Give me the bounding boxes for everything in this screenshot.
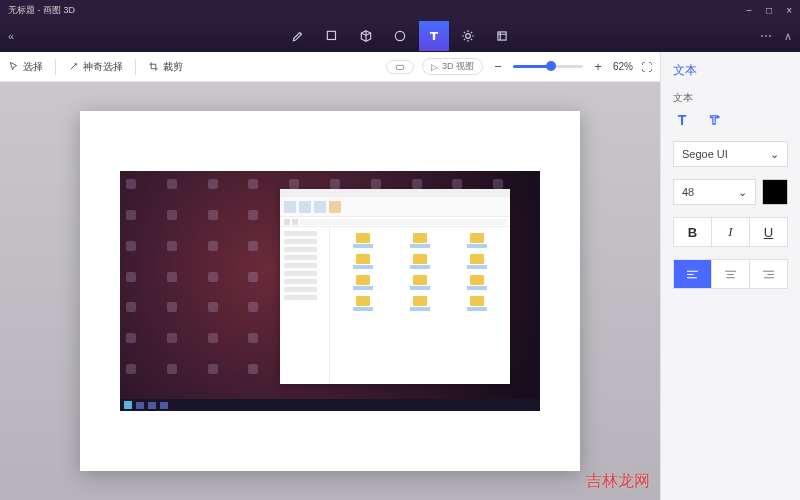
panel-title: 文本 bbox=[673, 62, 788, 79]
mr-icon bbox=[395, 62, 405, 72]
play-icon: ▷ bbox=[431, 62, 438, 72]
main-toolbar: « ⋯ ∧ bbox=[0, 20, 800, 52]
slider-thumb[interactable] bbox=[546, 61, 556, 71]
text-tool[interactable] bbox=[419, 21, 449, 51]
maximize-button[interactable]: □ bbox=[766, 5, 772, 16]
magic-wand-icon bbox=[68, 61, 79, 72]
stickers-tool[interactable] bbox=[385, 21, 415, 51]
brush-tool[interactable] bbox=[283, 21, 313, 51]
view-3d-label: 3D 视图 bbox=[442, 60, 474, 73]
collapse-toolbar-button[interactable]: ∧ bbox=[784, 30, 792, 43]
canvas-tool[interactable] bbox=[487, 21, 517, 51]
text-panel: 文本 文本 T Segoe UI ⌄ 48 ⌄ B I U bbox=[660, 52, 800, 500]
font-value: Segoe UI bbox=[682, 148, 728, 160]
mixed-reality-button[interactable] bbox=[386, 60, 414, 74]
minimize-button[interactable]: − bbox=[746, 5, 752, 16]
window-controls: − □ × bbox=[746, 5, 792, 16]
divider bbox=[55, 59, 56, 75]
text-2d-button[interactable]: T bbox=[673, 111, 691, 129]
align-right-button[interactable] bbox=[750, 259, 788, 289]
zoom-in-button[interactable]: + bbox=[591, 59, 605, 74]
magic-select-label: 神奇选择 bbox=[83, 60, 123, 74]
shapes-3d-tool[interactable] bbox=[351, 21, 381, 51]
cursor-icon bbox=[8, 61, 19, 72]
text-3d-icon bbox=[707, 113, 721, 127]
title-bar: 无标题 - 画图 3D − □ × bbox=[0, 0, 800, 20]
svg-rect-3 bbox=[498, 32, 506, 40]
select-label: 选择 bbox=[23, 60, 43, 74]
canvas-area[interactable]: 吉林龙网 bbox=[0, 82, 660, 500]
chevron-down-icon: ⌄ bbox=[738, 186, 747, 199]
expand-menu-button[interactable]: « bbox=[8, 30, 14, 42]
bold-button[interactable]: B bbox=[673, 217, 712, 247]
text-3d-button[interactable] bbox=[705, 111, 723, 129]
explorer-window bbox=[280, 189, 510, 384]
shapes-2d-tool[interactable] bbox=[317, 21, 347, 51]
align-center-icon bbox=[724, 269, 737, 280]
watermark: 吉林龙网 bbox=[586, 471, 650, 492]
zoom-percent: 62% bbox=[613, 61, 633, 72]
divider bbox=[135, 59, 136, 75]
window-title: 无标题 - 画图 3D bbox=[8, 4, 746, 17]
crop-icon bbox=[148, 61, 159, 72]
close-button[interactable]: × bbox=[786, 5, 792, 16]
crop-label: 裁剪 bbox=[163, 60, 183, 74]
crop-button[interactable]: 裁剪 bbox=[148, 60, 183, 74]
align-right-icon bbox=[762, 269, 775, 280]
italic-button[interactable]: I bbox=[712, 217, 750, 247]
zoom-slider[interactable] bbox=[513, 65, 583, 68]
zoom-out-button[interactable]: − bbox=[491, 59, 505, 74]
align-group bbox=[673, 259, 788, 289]
font-size-value: 48 bbox=[682, 186, 694, 198]
effects-tool[interactable] bbox=[453, 21, 483, 51]
align-left-button[interactable] bbox=[673, 259, 712, 289]
align-left-icon bbox=[686, 269, 699, 280]
select-button[interactable]: 选择 bbox=[8, 60, 43, 74]
text-section-label: 文本 bbox=[673, 91, 788, 105]
sub-toolbar: 选择 神奇选择 裁剪 ▷ 3D bbox=[0, 52, 660, 82]
more-menu-button[interactable]: ⋯ bbox=[760, 29, 772, 43]
font-size-dropdown[interactable]: 48 ⌄ bbox=[673, 179, 756, 205]
view-3d-button[interactable]: ▷ 3D 视图 bbox=[422, 58, 483, 75]
text-style-group: B I U bbox=[673, 217, 788, 247]
pasted-screenshot bbox=[120, 171, 540, 411]
canvas[interactable] bbox=[80, 111, 580, 471]
chevron-down-icon: ⌄ bbox=[770, 148, 779, 161]
svg-point-2 bbox=[466, 34, 471, 39]
align-center-button[interactable] bbox=[712, 259, 750, 289]
svg-point-1 bbox=[395, 31, 404, 40]
fit-screen-button[interactable]: ⛶ bbox=[641, 61, 652, 73]
color-swatch[interactable] bbox=[762, 179, 788, 205]
svg-rect-0 bbox=[327, 31, 335, 39]
magic-select-button[interactable]: 神奇选择 bbox=[68, 60, 123, 74]
font-dropdown[interactable]: Segoe UI ⌄ bbox=[673, 141, 788, 167]
underline-button[interactable]: U bbox=[750, 217, 788, 247]
svg-rect-4 bbox=[396, 65, 404, 69]
